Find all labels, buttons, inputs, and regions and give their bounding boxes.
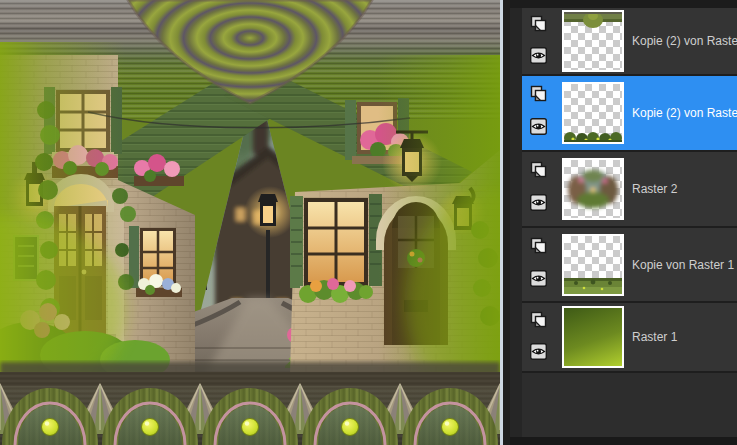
layer-thumbnail [562, 234, 624, 296]
layer-thumbnail [562, 82, 624, 144]
canvas-artwork[interactable] [0, 0, 500, 445]
raster-layer-icon[interactable] [530, 85, 547, 102]
raster-layer-icon[interactable] [530, 311, 547, 328]
layer-row-selected[interactable]: Kopie (2) von Raster 1 [522, 76, 737, 152]
visibility-eye-icon[interactable] [530, 47, 547, 64]
raster-layer-icon[interactable] [530, 15, 547, 32]
layer-thumbnail [562, 306, 624, 368]
layer-row[interactable]: Kopie von Raster 1 [522, 228, 737, 303]
visibility-eye-icon[interactable] [530, 343, 547, 360]
layer-name: Kopie (2) von Raster 1 [632, 106, 737, 120]
canvas[interactable] [0, 0, 500, 445]
layer-row[interactable]: Raster 2 [522, 152, 737, 228]
image-editor-window: Kopie (2) von Raster 1 Kopie (2) von Ras… [0, 0, 737, 445]
raster-layer-icon[interactable] [530, 237, 547, 254]
layer-name: Kopie von Raster 1 [632, 258, 734, 272]
layers-panel: Kopie (2) von Raster 1 Kopie (2) von Ras… [510, 0, 737, 445]
panel-bottom-edge [510, 437, 737, 445]
arch-border-bottom [0, 372, 500, 445]
panel-top-edge [510, 0, 737, 8]
visibility-eye-icon[interactable] [530, 118, 547, 135]
layer-name: Raster 1 [632, 330, 677, 344]
visibility-eye-icon[interactable] [530, 270, 547, 287]
visibility-eye-icon[interactable] [530, 194, 547, 211]
layer-name: Raster 2 [632, 182, 677, 196]
panel-gutter [510, 8, 522, 437]
layer-row[interactable]: Raster 1 [522, 303, 737, 373]
layer-thumbnail [562, 158, 624, 220]
layer-list: Kopie (2) von Raster 1 Kopie (2) von Ras… [522, 8, 737, 373]
layer-name: Kopie (2) von Raster 1 [632, 34, 737, 48]
layer-thumbnail [562, 10, 624, 72]
panel-splitter[interactable] [500, 0, 510, 445]
layer-row[interactable]: Kopie (2) von Raster 1 [522, 8, 737, 76]
raster-layer-icon[interactable] [530, 161, 547, 178]
